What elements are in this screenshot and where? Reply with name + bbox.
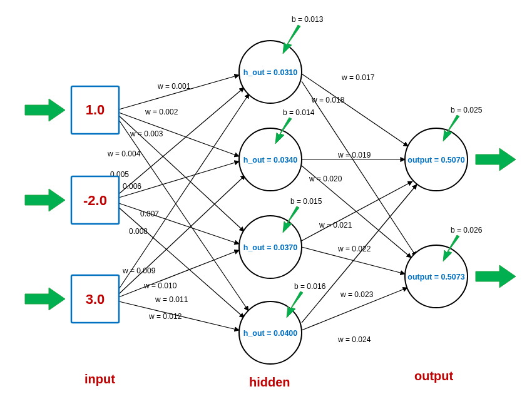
input-value-3: 3.0 xyxy=(86,291,105,307)
weight-h1-o1: w = 0.017 xyxy=(341,73,375,82)
bias-h1: b = 0.013 xyxy=(292,15,324,24)
weight-i1-h3: w = 0.003 xyxy=(130,129,163,138)
weight-i3-h4: w = 0.012 xyxy=(148,312,182,321)
weight-h3-o2: w = 0.022 xyxy=(337,245,371,253)
hidden-value-1: h_out = 0.0310 xyxy=(243,68,298,77)
edge-i2-h1 xyxy=(119,88,244,194)
label-hidden: hidden xyxy=(249,375,290,389)
flow-arrow-icon xyxy=(476,148,516,171)
weight-i3-h3: w = 0.011 xyxy=(155,295,188,304)
bias-h3: b = 0.015 xyxy=(290,197,322,206)
flow-arrow-icon xyxy=(476,265,516,288)
input-value-2: -2.0 xyxy=(83,193,107,208)
edge-h1-o1 xyxy=(302,74,408,146)
bias-o1: b = 0.025 xyxy=(451,106,483,114)
weight-h1-o2: w = 0.018 xyxy=(311,96,345,104)
weight-h2-o1: w = 0.019 xyxy=(337,151,371,159)
label-input: input xyxy=(84,372,115,386)
flow-arrow-icon xyxy=(25,288,65,310)
label-output: output xyxy=(414,369,454,383)
bias-o2: b = 0.026 xyxy=(451,226,483,235)
weight-h4-o2: w = 0.024 xyxy=(337,335,371,344)
bias-h4: b = 0.016 xyxy=(294,282,326,291)
edge-i1-h4 xyxy=(119,120,248,311)
output-value-2: output = 0.5073 xyxy=(407,273,464,281)
edge-i2-h2 xyxy=(119,161,239,198)
hidden-value-3: h_out = 0.0370 xyxy=(243,243,298,252)
weight-i2-h3: 0.007 xyxy=(140,210,159,218)
hidden-value-4: h_out = 0.0400 xyxy=(243,329,298,338)
flow-arrow-icon xyxy=(25,189,65,211)
weight-h2-o2: w = 0.020 xyxy=(309,174,342,183)
weight-h4-o1: w = 0.023 xyxy=(340,290,374,299)
weight-h3-o1: w = 0.021 xyxy=(319,221,352,230)
weight-i3-h2: w = 0.010 xyxy=(143,281,177,290)
neural-network-diagram: w = 0.001 w = 0.002 w = 0.003 w = 0.004 … xyxy=(0,0,532,399)
weight-i1-h1: w = 0.001 xyxy=(157,82,191,91)
weight-i2-h4: 0.008 xyxy=(129,227,148,236)
edge-i1-h1 xyxy=(119,75,239,109)
weight-i1-h2: w = 0.002 xyxy=(145,108,178,116)
input-value-1: 1.0 xyxy=(86,102,105,118)
weight-i2-h2: 0.006 xyxy=(123,182,141,191)
flow-arrow-icon xyxy=(25,99,65,121)
weight-i3-h1: w = 0.009 xyxy=(122,266,156,275)
weight-i1-h4: w = 0.004 xyxy=(107,149,141,158)
edge-h1-o2 xyxy=(302,81,416,256)
output-value-1: output = 0.5070 xyxy=(407,156,464,164)
edge-h3-o1 xyxy=(302,181,412,241)
hidden-value-2: h_out = 0.0340 xyxy=(243,156,298,164)
bias-h2: b = 0.014 xyxy=(283,108,315,117)
